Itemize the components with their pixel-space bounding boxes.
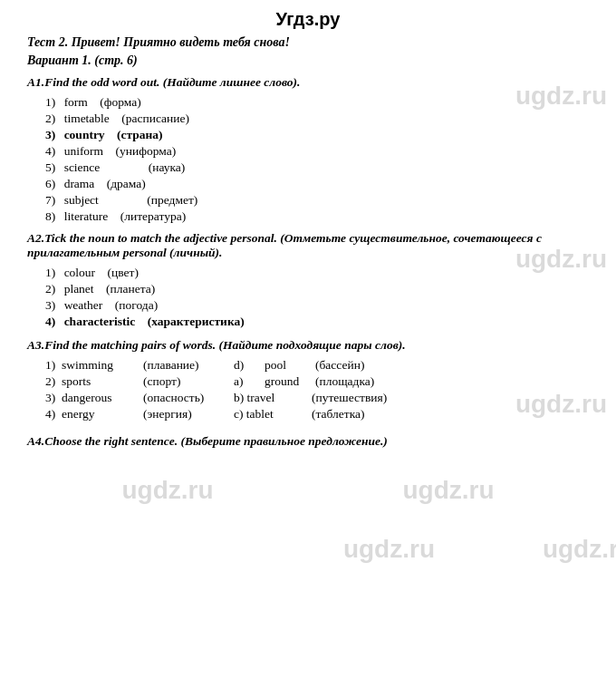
list-item-bold: 4) characteristic (характеристика) [45, 315, 589, 329]
list-item-bold: 3) country (страна) [45, 128, 589, 142]
variant-title: Вариант 1. (стр. 6) [27, 53, 589, 68]
list-item: 5) science (наука) [45, 160, 589, 175]
page: ugdz.ru ugdz.ru ugdz.ru ugdz.ru ugdz.ru … [0, 0, 616, 514]
list-item: 4) energy (энергия) c) tablet (таблетка) [45, 407, 589, 422]
list-item: 3) weather (погода) [45, 298, 589, 313]
list-item: 2) timetable (расписание) [45, 111, 589, 126]
task-a3-title: A3.Find the matching pairs of words. (На… [27, 338, 589, 353]
test-title: Тест 2. Привет! Приятно видеть тебя снов… [27, 35, 589, 50]
list-item: 1) swimming (плавание) d) pool (бассейн) [45, 358, 589, 373]
list-item: 4) uniform (униформа) [45, 144, 589, 159]
task-a4-title: A4.Choose the right sentence. (Выберите … [27, 434, 589, 449]
task-a1-list: 1) form (форма) 2) timetable (расписание… [27, 95, 589, 224]
watermark-4: ugdz.ru [343, 535, 435, 564]
list-item: 1) colour (цвет) [45, 266, 589, 280]
watermark-bottom-1: ugdz.ru [121, 476, 213, 505]
task-a3-list: 1) swimming (плавание) d) pool (бассейн)… [27, 358, 589, 422]
list-item: 7) subject (предмет) [45, 193, 589, 208]
task-a2-list: 1) colour (цвет) 2) planet (планета) 3) … [27, 266, 589, 329]
watermark-5: ugdz.ru [543, 535, 616, 564]
list-item: 1) form (форма) [45, 95, 589, 110]
list-item: 2) sports (спорт) a) ground (площадка) [45, 374, 589, 389]
list-item: 2) planet (планета) [45, 282, 589, 296]
task-a1-title: A1.Find the odd word out. (Найдите лишне… [27, 75, 589, 90]
list-item: 8) literature (литература) [45, 209, 589, 224]
site-title: Угдз.ру [27, 9, 589, 30]
list-item: 6) drama (драма) [45, 177, 589, 191]
watermark-bottom-2: ugdz.ru [402, 476, 494, 505]
list-item: 3) dangerous (опасность) b) travel (путе… [45, 391, 589, 405]
task-a2-title: A2.Tick the noun to match the adjective … [27, 231, 589, 260]
